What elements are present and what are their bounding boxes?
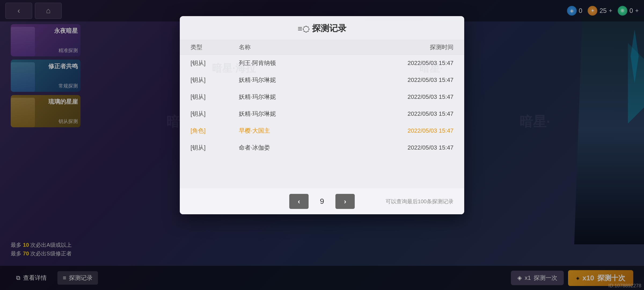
next-page-button[interactable]: ›: [335, 194, 355, 209]
row-time: 2022/05/03 15:47: [384, 144, 453, 151]
row-type: [角色]: [191, 127, 239, 135]
prev-page-button[interactable]: ‹: [289, 194, 309, 209]
col-header-type: 类型: [191, 43, 239, 51]
modal-title-icon: ≡◌: [298, 24, 309, 33]
footer-hint: 可以查询最后100条探测记录: [386, 198, 453, 205]
table-rows: [钥从]列王·阿肯纳顿2022/05/03 15:47[钥从]妖精·玛尔琳妮20…: [180, 55, 464, 156]
row-type: [钥从]: [191, 93, 239, 101]
table-header: 类型 名称 探测时间: [180, 40, 464, 55]
row-time: 2022/05/03 15:47: [384, 77, 453, 84]
row-time: 2022/05/03 15:47: [384, 110, 453, 117]
row-type: [钥从]: [191, 76, 239, 84]
row-name: 妖精·玛尔琳妮: [239, 76, 384, 84]
modal-table: 暗星·海拉 暗星· 类型 名称 探测时间 [钥从]列王·阿肯纳顿2022/05/…: [180, 40, 464, 189]
col-header-name: 名称: [239, 43, 384, 51]
col-header-time: 探测时间: [384, 43, 453, 51]
table-row: [钥从]命者·冰伽娄2022/05/03 15:47: [180, 139, 464, 156]
modal-dialog: ≡◌ 探测记录 暗星·海拉 暗星· 类型 名称 探测时间 [钥从]列王·阿肯纳顿…: [180, 16, 464, 214]
row-name: 早樱·大国主: [239, 127, 384, 135]
row-time: 2022/05/03 15:47: [384, 60, 453, 67]
row-type: [钥从]: [191, 144, 239, 152]
modal-footer: ‹ 9 › 可以查询最后100条探测记录: [180, 189, 464, 214]
row-time: 2022/05/03 15:47: [384, 127, 453, 134]
row-name: 列王·阿肯纳顿: [239, 59, 384, 67]
table-row: [角色]早樱·大国主2022/05/03 15:47: [180, 122, 464, 139]
table-row: [钥从]列王·阿肯纳顿2022/05/03 15:47: [180, 55, 464, 72]
modal-overlay: ≡◌ 探测记录 暗星·海拉 暗星· 类型 名称 探测时间 [钥从]列王·阿肯纳顿…: [0, 0, 644, 290]
table-row: [钥从]妖精·玛尔琳妮2022/05/03 15:47: [180, 106, 464, 122]
row-name: 妖精·玛尔琳妮: [239, 110, 384, 118]
row-name: 妖精·玛尔琳妮: [239, 93, 384, 101]
table-row: [钥从]妖精·玛尔琳妮2022/05/03 15:47: [180, 72, 464, 89]
row-name: 命者·冰伽娄: [239, 144, 384, 152]
modal-header: ≡◌ 探测记录: [180, 16, 464, 40]
row-time: 2022/05/03 15:47: [384, 93, 453, 100]
row-type: [钥从]: [191, 110, 239, 118]
table-row: [钥从]妖精·玛尔琳妮2022/05/03 15:47: [180, 89, 464, 106]
modal-title-text: 探测记录: [312, 23, 346, 34]
empty-area: [180, 156, 464, 189]
modal-title: ≡◌ 探测记录: [191, 23, 453, 34]
current-page: 9: [314, 197, 330, 206]
row-type: [钥从]: [191, 59, 239, 67]
